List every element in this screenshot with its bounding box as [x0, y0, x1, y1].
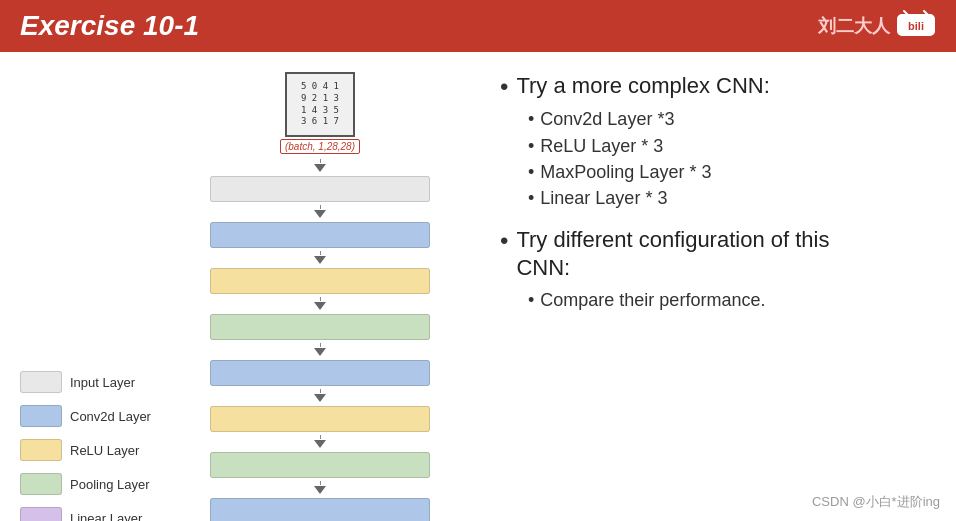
brand: 刘二大人 bili	[818, 9, 936, 43]
slide-title: Exercise 10-1	[20, 10, 199, 42]
bullet-sub-1-1: Conv2d Layer *3	[528, 108, 936, 131]
legend-label-input: Input Layer	[70, 375, 135, 390]
svg-text:bili: bili	[908, 20, 924, 32]
layer-relu1	[210, 268, 430, 294]
layers-area: 5 0 4 19 2 1 31 4 3 53 6 1 7 (batch, 1,2…	[170, 62, 480, 521]
arrow-2	[314, 251, 326, 265]
bullet-main-1: Try a more complex CNN:	[500, 72, 936, 102]
arrow-4	[314, 343, 326, 357]
layers-wrapper: (batch, 10)	[170, 158, 470, 521]
legend-input: Input Layer	[20, 368, 170, 396]
arrow-7	[314, 481, 326, 495]
layer-conv1	[210, 222, 430, 248]
bullet-section-1: Try a more complex CNN: Conv2d Layer *3 …	[500, 72, 936, 214]
content: Input Layer Conv2d Layer ReLU Layer Pool…	[0, 52, 956, 521]
layer-relu2	[210, 406, 430, 432]
legend-conv: Conv2d Layer	[20, 402, 170, 430]
bullet-section-2: Try different configuration of this CNN:…	[500, 226, 936, 316]
arrow-3	[314, 297, 326, 311]
layer-conv2	[210, 360, 430, 386]
legend-label-relu: ReLU Layer	[70, 443, 139, 458]
arrow-1	[314, 205, 326, 219]
legend-linear: Linear Layer	[20, 504, 170, 521]
bullet-sub-2-1: Compare their performance.	[528, 289, 936, 312]
layer-pool2	[210, 452, 430, 478]
legend-box-relu	[20, 439, 62, 461]
legend-area: Input Layer Conv2d Layer ReLU Layer Pool…	[20, 182, 170, 521]
layer-input	[210, 176, 430, 202]
legend-box-linear	[20, 507, 62, 521]
header: Exercise 10-1 刘二大人 bili	[0, 0, 956, 52]
arrow-5	[314, 389, 326, 403]
bullet-main-2: Try different configuration of this CNN:	[500, 226, 880, 283]
legend-pool: Pooling Layer	[20, 470, 170, 498]
watermark: CSDN @小白*进阶ing	[812, 493, 940, 511]
brand-text: 刘二大人	[818, 14, 890, 38]
layer-pool1	[210, 314, 430, 340]
bullet-sub-1-4: Linear Layer * 3	[528, 187, 936, 210]
layer-conv3	[210, 498, 430, 521]
legend-box-pool	[20, 473, 62, 495]
left-panel: Input Layer Conv2d Layer ReLU Layer Pool…	[0, 52, 480, 521]
batch-top-label: (batch, 1,28,28)	[280, 139, 360, 154]
brand-logo: bili	[896, 9, 936, 43]
legend-label-pool: Pooling Layer	[70, 477, 150, 492]
slide: Exercise 10-1 刘二大人 bili Input Lay	[0, 0, 956, 521]
input-image: 5 0 4 19 2 1 31 4 3 53 6 1 7	[285, 72, 355, 137]
legend-box-input	[20, 371, 62, 393]
legend-label-linear: Linear Layer	[70, 511, 142, 522]
bullet-sub-1-2: ReLU Layer * 3	[528, 135, 936, 158]
arrow-0	[314, 159, 326, 173]
legend-box-conv	[20, 405, 62, 427]
legend-relu: ReLU Layer	[20, 436, 170, 464]
arrow-6	[314, 435, 326, 449]
legend-label-conv: Conv2d Layer	[70, 409, 151, 424]
bullet-sub-1-3: MaxPooling Layer * 3	[528, 161, 936, 184]
right-panel: Try a more complex CNN: Conv2d Layer *3 …	[480, 52, 956, 521]
